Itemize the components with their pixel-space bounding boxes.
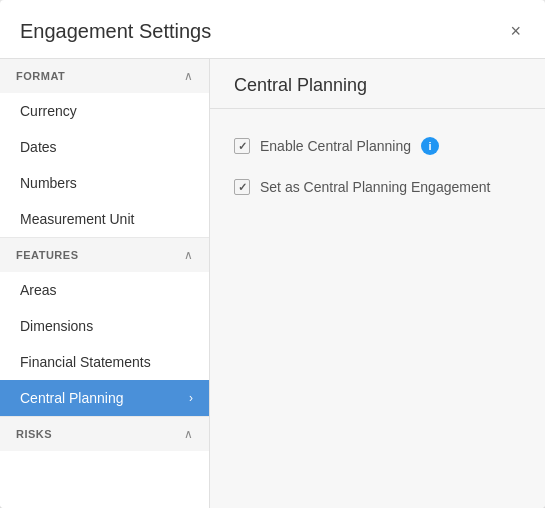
format-section-label: FORMAT xyxy=(16,70,65,82)
dialog-title: Engagement Settings xyxy=(20,20,211,43)
main-section-title: Central Planning xyxy=(210,59,545,109)
features-chevron-icon: ∧ xyxy=(184,248,193,262)
option-row-set-as-central-planning: ✓ Set as Central Planning Engagement xyxy=(234,167,521,207)
risks-section-label: RISKS xyxy=(16,428,52,440)
set-as-central-planning-label: Set as Central Planning Engagement xyxy=(260,179,490,195)
sidebar-section-risks[interactable]: RISKS ∧ xyxy=(0,416,209,451)
sidebar-section-format[interactable]: FORMAT ∧ xyxy=(0,59,209,93)
main-options: ✓ Enable Central Planning i ✓ Set as Cen… xyxy=(210,109,545,223)
sidebar-item-central-planning[interactable]: Central Planning › xyxy=(0,380,209,416)
sidebar-item-dates[interactable]: Dates xyxy=(0,129,209,165)
central-planning-arrow-icon: › xyxy=(189,391,193,405)
enable-central-planning-label: Enable Central Planning xyxy=(260,138,411,154)
sidebar-item-numbers[interactable]: Numbers xyxy=(0,165,209,201)
enable-central-planning-checkbox[interactable]: ✓ xyxy=(234,138,250,154)
features-section-label: FEATURES xyxy=(16,249,78,261)
close-button[interactable]: × xyxy=(506,18,525,44)
sidebar-section-features[interactable]: FEATURES ∧ xyxy=(0,237,209,272)
info-icon[interactable]: i xyxy=(421,137,439,155)
sidebar-item-areas[interactable]: Areas xyxy=(0,272,209,308)
sidebar-item-financial-statements[interactable]: Financial Statements xyxy=(0,344,209,380)
sidebar-item-measurement-unit[interactable]: Measurement Unit xyxy=(0,201,209,237)
sidebar-item-dimensions[interactable]: Dimensions xyxy=(0,308,209,344)
engagement-settings-dialog: Engagement Settings × FORMAT ∧ Currency … xyxy=(0,0,545,508)
format-chevron-icon: ∧ xyxy=(184,69,193,83)
dialog-body: FORMAT ∧ Currency Dates Numbers Measurem… xyxy=(0,59,545,508)
main-content: Central Planning ✓ Enable Central Planni… xyxy=(210,59,545,508)
risks-chevron-icon: ∧ xyxy=(184,427,193,441)
option-row-enable-central-planning: ✓ Enable Central Planning i xyxy=(234,125,521,167)
check-icon-2: ✓ xyxy=(238,181,247,194)
sidebar-item-currency[interactable]: Currency xyxy=(0,93,209,129)
sidebar: FORMAT ∧ Currency Dates Numbers Measurem… xyxy=(0,59,210,508)
check-icon: ✓ xyxy=(238,140,247,153)
dialog-header: Engagement Settings × xyxy=(0,0,545,59)
set-as-central-planning-checkbox[interactable]: ✓ xyxy=(234,179,250,195)
